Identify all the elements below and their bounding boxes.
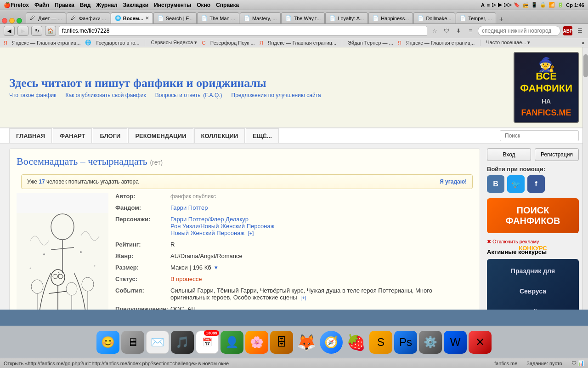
vk-login-button[interactable]: В bbox=[487, 175, 504, 193]
tab-0[interactable]: 🖊 Джет — ... bbox=[26, 12, 66, 23]
dock-word[interactable]: W bbox=[444, 331, 467, 354]
nav-fanart[interactable]: ФАНАРТ bbox=[53, 128, 92, 143]
dock-app-s[interactable]: S bbox=[369, 331, 392, 354]
tab-6[interactable]: 📄 The Way t... bbox=[281, 12, 325, 23]
char-2[interactable]: Новый Женский Персонаж bbox=[170, 230, 244, 236]
home-button[interactable]: 🏠 bbox=[45, 26, 56, 36]
browser-search-input[interactable] bbox=[478, 26, 560, 36]
login-button[interactable]: Вход bbox=[487, 148, 531, 161]
nav-link-suggest[interactable]: Предложения по улучшению сайта bbox=[232, 92, 321, 98]
bookmark-0[interactable]: Яндекс — Главная страниц... bbox=[9, 40, 84, 46]
menubar-window[interactable]: Окно bbox=[197, 2, 210, 8]
menubar-edit[interactable]: Правка bbox=[55, 2, 74, 8]
bookmark-star-icon[interactable]: ☆ bbox=[430, 26, 439, 35]
size-expand-icon[interactable]: ▾ bbox=[215, 264, 218, 271]
popup-guess-button[interactable]: Я угадаю! bbox=[440, 178, 467, 185]
nav-blogs[interactable]: БЛОГИ bbox=[93, 128, 127, 143]
menu-icon[interactable]: ≡ bbox=[466, 26, 475, 35]
bookmark-7[interactable]: Часто посещае... ▾ bbox=[483, 39, 533, 46]
window-close[interactable] bbox=[2, 18, 7, 23]
addon-icon[interactable]: ABP bbox=[563, 26, 572, 35]
page-scrollbar[interactable] bbox=[582, 47, 588, 310]
register-button[interactable]: Регистрация bbox=[535, 148, 579, 161]
nav-link-publish[interactable]: Как опубликовать свой фанфик bbox=[65, 92, 146, 98]
dock-app2[interactable]: ⚙️ bbox=[419, 331, 442, 354]
meta-status: Статус: В процессе bbox=[115, 276, 473, 282]
bookmark-3[interactable]: Резерфорд Поук ... bbox=[208, 40, 258, 46]
dock-strawberry[interactable]: 🍓 bbox=[345, 331, 368, 354]
dock-ftp[interactable]: 🗄 bbox=[270, 331, 293, 354]
dock-safari[interactable]: 🧭 bbox=[320, 331, 343, 354]
nav-link-what[interactable]: Что такое фанфик bbox=[9, 92, 56, 98]
tab-1[interactable]: 🖊 Фанфики ... bbox=[67, 12, 110, 23]
window-maximize[interactable] bbox=[17, 18, 22, 23]
scrollbar-thumb[interactable] bbox=[583, 54, 588, 77]
search-fanfics-box[interactable]: ПОИСК ФАНФИКОВ bbox=[487, 198, 579, 233]
characters-label: Персонажи: bbox=[115, 216, 170, 223]
more-bookmarks-icon[interactable]: » bbox=[582, 40, 584, 46]
new-tab-button[interactable]: + bbox=[497, 15, 506, 23]
nav-more[interactable]: ЕЩЁ... bbox=[246, 128, 278, 143]
contest-text: КОНКУРС Праздник для Севруса Снейпа НА F… bbox=[511, 234, 555, 310]
shield-icon[interactable]: 🛡 bbox=[442, 26, 451, 35]
twitter-login-button[interactable]: 🐦 bbox=[507, 175, 525, 193]
tab-close-2[interactable]: ✕ bbox=[145, 16, 149, 21]
tab-2[interactable]: 🌐 Восем... ✕ bbox=[111, 12, 153, 23]
menubar-firefox[interactable]: Firefox bbox=[11, 2, 29, 8]
site-logo: 🧙 ВСЕ ФАНФИКИ НА FANFICS.ME bbox=[514, 52, 579, 123]
char-1[interactable]: Рон Уизли/Новый Женский Персонаж bbox=[170, 223, 274, 230]
dock-music[interactable]: 🎵 bbox=[171, 331, 194, 354]
bookmark-6[interactable]: Яндекс — Главная страниц... bbox=[403, 40, 478, 46]
download-icon[interactable]: ⬇ bbox=[454, 26, 463, 35]
logo-box[interactable]: 🧙 ВСЕ ФАНФИКИ НА FANFICS.ME bbox=[514, 52, 579, 123]
menubar-journal[interactable]: Журнал bbox=[96, 2, 117, 8]
apple-icon[interactable]: 🍎 bbox=[4, 2, 11, 8]
bookmark-2[interactable]: Сервисы Яндекса ▾ bbox=[148, 39, 200, 46]
facebook-login-button[interactable]: f bbox=[527, 175, 545, 193]
menubar-bookmarks[interactable]: Закладки bbox=[123, 2, 149, 8]
menubar-help[interactable]: Справка bbox=[216, 2, 239, 8]
contest-banner[interactable]: КОНКУРС Праздник для Севруса Снейпа НА F… bbox=[487, 259, 579, 310]
tab-9[interactable]: 📄 Dollmake... bbox=[413, 12, 455, 23]
hamburger-icon[interactable]: ☰ bbox=[575, 26, 584, 35]
forward-button[interactable]: ▶ bbox=[17, 26, 28, 36]
nav-recs[interactable]: РЕКОМЕНДАЦИИ bbox=[128, 128, 193, 143]
tab-10[interactable]: 📄 Temper, ... bbox=[456, 12, 496, 23]
meta-fandom: Фандом: Гарри Поттер bbox=[115, 204, 473, 211]
tab-3[interactable]: 📄 Search | F... bbox=[153, 12, 197, 23]
dock-app1[interactable]: 🖥 bbox=[121, 331, 144, 354]
url-input[interactable] bbox=[59, 26, 427, 36]
dock-contacts[interactable]: 👤 bbox=[220, 331, 243, 354]
dock-close-app[interactable]: ✕ bbox=[469, 331, 492, 354]
window-minimize[interactable] bbox=[9, 18, 15, 23]
dock-firefox[interactable]: 🦊 bbox=[295, 331, 318, 354]
menubar-file[interactable]: Файл bbox=[34, 2, 49, 8]
menubar-view[interactable]: Вид bbox=[80, 2, 91, 8]
nav-search-input[interactable] bbox=[500, 130, 579, 141]
back-button[interactable]: ◀ bbox=[4, 26, 15, 36]
fandom-link[interactable]: Гарри Поттер bbox=[170, 204, 208, 211]
dock-calendar[interactable]: 📅 13089 bbox=[196, 331, 219, 354]
tab-8[interactable]: 📄 Happiness... bbox=[368, 12, 413, 23]
dock-photoshop[interactable]: Ps bbox=[394, 331, 417, 354]
nav-collections[interactable]: КОЛЛЕКЦИИ bbox=[194, 128, 245, 143]
menubar-tools[interactable]: Инструменты bbox=[154, 2, 191, 8]
dock-finder[interactable]: 😊 bbox=[96, 331, 119, 354]
bookmark-4[interactable]: Яндекс — Главная страниц... bbox=[265, 40, 339, 46]
nav-link-faq[interactable]: Вопросы и ответы (F.A.Q.) bbox=[155, 92, 222, 98]
dock-iphoto[interactable]: 🌸 bbox=[245, 331, 268, 354]
char-0[interactable]: Гарри Поттер/Флер Делакур bbox=[170, 216, 249, 223]
tab-7[interactable]: 📄 Loyalty: A... bbox=[325, 12, 368, 23]
expand-chars-icon[interactable]: [+] bbox=[248, 230, 254, 236]
bookmark-1[interactable]: Государство в го... bbox=[93, 40, 142, 46]
nav-home[interactable]: ГЛАВНАЯ bbox=[9, 128, 52, 143]
tab-4[interactable]: 📄 The Man ... bbox=[197, 12, 239, 23]
expand-events-icon[interactable]: [+] bbox=[300, 295, 306, 300]
fic-tag: (гет) bbox=[150, 159, 163, 166]
author-value: фанфик опубликс bbox=[170, 193, 216, 200]
reload-button[interactable]: ↻ bbox=[31, 26, 42, 36]
dock-mail[interactable]: ✉️ bbox=[146, 331, 169, 354]
svg-point-19 bbox=[30, 268, 31, 269]
tab-5[interactable]: 📄 Mastery, ... bbox=[240, 12, 281, 23]
bookmark-5[interactable]: Эйдан Тернер — ... bbox=[345, 40, 396, 46]
